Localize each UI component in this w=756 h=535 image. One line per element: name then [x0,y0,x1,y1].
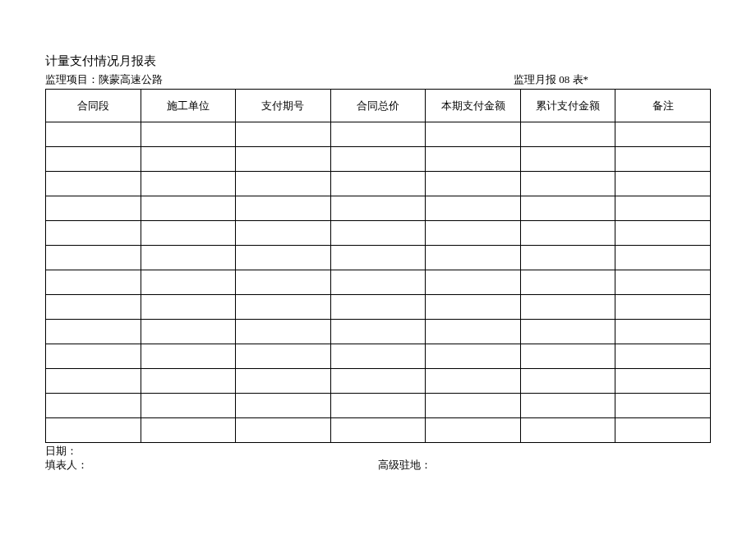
table-cell [141,394,236,418]
date-line: 日期： [45,445,711,459]
table-cell [46,418,141,443]
table-cell [615,246,711,270]
table-cell [236,418,331,443]
table-cell [236,369,331,394]
table-cell [236,246,331,270]
table-cell [615,196,711,221]
preparer-line: 填表人： [45,459,378,473]
report-label: 监理月报 08 表* [514,72,711,87]
table-cell [426,270,521,295]
table-cell [141,295,236,320]
table-cell [426,344,521,369]
footer: 日期： 填表人： 高级驻地： [45,445,711,473]
table-row [46,246,711,270]
payment-table: 合同段 施工单位 支付期号 合同总价 本期支付金额 累计支付金额 备注 [45,89,711,443]
table-cell [236,320,331,344]
table-cell [141,196,236,221]
table-cell [520,246,615,270]
col-header: 支付期号 [236,90,331,122]
table-cell [141,418,236,443]
table-cell [426,221,521,246]
table-cell [236,172,331,196]
table-cell [46,295,141,320]
meta-row: 监理项目：陕蒙高速公路 监理月报 08 表* [45,72,711,87]
table-cell [141,147,236,172]
table-cell [520,221,615,246]
table-cell [330,172,426,196]
table-cell [615,344,711,369]
table-cell [520,295,615,320]
table-cell [330,122,426,147]
table-cell [141,369,236,394]
table-row [46,394,711,418]
table-cell [141,344,236,369]
table-cell [330,147,426,172]
table-cell [520,418,615,443]
table-cell [426,196,521,221]
table-cell [426,320,521,344]
table-cell [615,418,711,443]
table-body [46,122,711,443]
table-cell [330,246,426,270]
table-cell [46,122,141,147]
table-cell [520,122,615,147]
table-cell [46,147,141,172]
table-cell [141,221,236,246]
table-cell [46,344,141,369]
col-header: 合同段 [46,90,141,122]
table-cell [46,369,141,394]
table-row [46,122,711,147]
page-title: 计量支付情况月报表 [45,53,711,69]
table-cell [330,270,426,295]
table-cell [330,221,426,246]
table-cell [520,394,615,418]
table-row [46,221,711,246]
table-cell [330,369,426,394]
table-cell [615,122,711,147]
table-cell [520,270,615,295]
table-cell [426,295,521,320]
table-row [46,147,711,172]
table-cell [46,394,141,418]
table-cell [141,246,236,270]
table-cell [615,270,711,295]
table-cell [46,320,141,344]
table-cell [236,196,331,221]
table-cell [426,369,521,394]
table-cell [520,196,615,221]
table-row [46,270,711,295]
table-cell [330,196,426,221]
table-cell [236,295,331,320]
project-info: 监理项目：陕蒙高速公路 [45,72,514,87]
table-cell [520,172,615,196]
table-cell [520,344,615,369]
table-cell [141,122,236,147]
table-cell [615,147,711,172]
table-row [46,418,711,443]
col-header: 合同总价 [330,90,426,122]
table-cell [141,172,236,196]
table-cell [520,369,615,394]
table-cell [426,394,521,418]
table-cell [615,369,711,394]
table-cell [520,320,615,344]
table-cell [330,320,426,344]
resident-line: 高级驻地： [378,459,711,473]
table-cell [141,270,236,295]
table-cell [46,270,141,295]
table-row [46,369,711,394]
table-cell [46,172,141,196]
table-cell [426,122,521,147]
table-cell [426,418,521,443]
table-cell [330,344,426,369]
table-header-row: 合同段 施工单位 支付期号 合同总价 本期支付金额 累计支付金额 备注 [46,90,711,122]
table-cell [330,295,426,320]
table-cell [236,221,331,246]
table-row [46,172,711,196]
col-header: 本期支付金额 [426,90,521,122]
table-cell [236,270,331,295]
table-cell [330,418,426,443]
table-cell [236,122,331,147]
table-row [46,344,711,369]
table-cell [426,246,521,270]
